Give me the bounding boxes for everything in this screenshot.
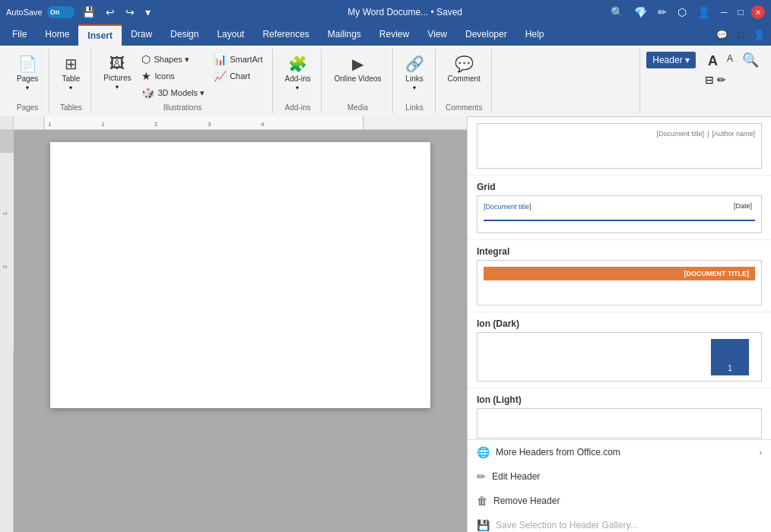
- tab-file[interactable]: File: [3, 24, 36, 46]
- header-search-icon[interactable]: 🔍: [742, 52, 759, 68]
- document-canvas[interactable]: [14, 130, 467, 532]
- comment-icon: 💬: [455, 55, 474, 73]
- ribbon-right-controls: 💬 ⬡ 👤: [713, 24, 768, 46]
- links-button[interactable]: 🔗 Links ▾: [401, 52, 429, 94]
- font-size-small[interactable]: A: [724, 52, 736, 71]
- header-view-controls: ⊟ ✏: [705, 74, 736, 86]
- pages-button[interactable]: 📄 Pages ▾: [12, 52, 43, 94]
- share-icon[interactable]: ⬡: [674, 5, 690, 20]
- tab-help[interactable]: Help: [516, 24, 554, 46]
- chart-label: Chart: [230, 71, 250, 81]
- smartart-label: SmartArt: [230, 55, 262, 64]
- ruler-row: 1 1 2 3 4: [0, 116, 467, 130]
- tab-design[interactable]: Design: [161, 24, 208, 46]
- autosave-toggle[interactable]: On: [47, 6, 75, 18]
- tab-review[interactable]: Review: [370, 24, 418, 46]
- pages-label: Pages: [17, 74, 38, 83]
- illustrations-col2: 📊 SmartArt 📈 Chart: [211, 52, 265, 84]
- header-gallery-scroll[interactable]: [Document title] | [Author name] Grid [D…: [468, 117, 771, 439]
- header-preview-grid-box: [Document title] [Date]: [477, 195, 762, 233]
- svg-rect-9: [0, 153, 14, 350]
- edit-header-label: Edit Header: [492, 471, 540, 482]
- ruler-svg: 1 1 2 3 4: [14, 116, 467, 129]
- ion-dark-label: Ion (Dark): [477, 318, 762, 329]
- share-ribbon-icon[interactable]: ⬡: [734, 28, 747, 42]
- tab-developer[interactable]: Developer: [456, 24, 516, 46]
- ribbon-tabs: File Home Insert Draw Design Layout Refe…: [0, 24, 771, 46]
- edit-header-icon: ✏: [477, 470, 486, 483]
- online-videos-button[interactable]: ▶ Online Videos: [329, 52, 386, 86]
- header-preview-ion-light-box: [477, 408, 762, 439]
- links-label: Links: [405, 74, 423, 83]
- ribbon-group-media-items: ▶ Online Videos: [329, 49, 386, 103]
- addins-button[interactable]: 🧩 Add-ins ▾: [281, 52, 316, 94]
- comments-icon[interactable]: ✏: [655, 5, 670, 20]
- grid-label: Grid: [477, 182, 762, 192]
- tab-home[interactable]: Home: [36, 24, 78, 46]
- smartart-button[interactable]: 📊 SmartArt: [211, 52, 265, 67]
- header-preview-simple-box: [Document title] | [Author name]: [477, 123, 762, 169]
- 3d-models-icon: 🎲: [141, 87, 154, 99]
- ribbon-group-illustrations-items: 🖼 Pictures ▾ ⬡ Shapes ▾ ★ Icons 🎲 3D Mod…: [99, 49, 265, 103]
- header-preview-integral-item[interactable]: Integral [DOCUMENT TITLE]: [468, 240, 771, 312]
- maximize-button[interactable]: □: [735, 6, 747, 18]
- header-font-controls: A A: [705, 52, 736, 71]
- tab-mailings[interactable]: Mailings: [319, 24, 370, 46]
- pages-chevron: ▾: [26, 84, 29, 91]
- comment-button[interactable]: 💬 Comment: [443, 52, 485, 86]
- header-preview-integral-box: [DOCUMENT TITLE]: [477, 260, 762, 306]
- ribbon-group-addins-items: 🧩 Add-ins ▾: [281, 49, 316, 103]
- account-icon[interactable]: 👤: [694, 5, 713, 20]
- shapes-button[interactable]: ⬡ Shapes ▾: [138, 52, 208, 67]
- save-icon[interactable]: 💾: [79, 5, 98, 20]
- pictures-label: Pictures: [103, 74, 131, 82]
- close-button[interactable]: ✕: [751, 5, 765, 19]
- comment-ribbon-icon[interactable]: 💬: [713, 28, 731, 42]
- account-ribbon-icon[interactable]: 👤: [750, 28, 768, 42]
- more-headers-item[interactable]: 🌐 More Headers from Office.com ›: [468, 440, 771, 464]
- icons-label: Icons: [154, 71, 174, 81]
- links-chevron: ▾: [413, 84, 416, 91]
- undo-icon[interactable]: ↩: [103, 5, 118, 20]
- save-selection-item: 💾 Save Selection to Header Gallery...: [468, 513, 771, 532]
- tab-draw[interactable]: Draw: [122, 24, 161, 46]
- redo-icon[interactable]: ↪: [122, 5, 138, 20]
- ribbon-group-links-items: 🔗 Links ▾: [401, 49, 429, 103]
- ribbon-group-comments: 💬 Comment Comments: [437, 49, 492, 113]
- main-area: 1 1 2 3 4 1 2: [0, 116, 771, 532]
- svg-text:2: 2: [2, 264, 8, 268]
- search-icon[interactable]: 🔍: [608, 5, 627, 20]
- illustrations-group-label: Illustrations: [163, 103, 202, 113]
- font-size-large[interactable]: A: [705, 52, 721, 71]
- integral-label: Integral: [477, 246, 762, 257]
- svg-text:1: 1: [48, 121, 52, 128]
- chart-button[interactable]: 📈 Chart: [211, 68, 265, 84]
- header-preview-simple[interactable]: [Document title] | [Author name]: [468, 117, 771, 176]
- tab-references[interactable]: References: [253, 24, 318, 46]
- comments-group-label: Comments: [446, 103, 482, 113]
- header-edit-icon[interactable]: ✏: [717, 74, 726, 86]
- table-button[interactable]: ⊞ Table ▾: [57, 52, 84, 94]
- header-preview-grid-item[interactable]: Grid [Document title] [Date]: [468, 176, 771, 240]
- header-preview-ion-light-item[interactable]: Ion (Light): [468, 388, 771, 439]
- media-group-label: Media: [347, 103, 368, 113]
- document-area: 1 1 2 3 4 1 2: [0, 116, 467, 532]
- tab-layout[interactable]: Layout: [208, 24, 253, 46]
- svg-text:1: 1: [2, 211, 8, 215]
- tab-insert[interactable]: Insert: [78, 24, 122, 46]
- pictures-button[interactable]: 🖼 Pictures ▾: [99, 52, 135, 93]
- addins-label: Add-ins: [285, 74, 311, 83]
- minimize-button[interactable]: ─: [718, 6, 730, 18]
- ribbon-group-links: 🔗 Links ▾ Links: [395, 49, 436, 113]
- remove-header-item[interactable]: 🗑 Remove Header: [468, 489, 771, 513]
- header-preview-ion-dark-item[interactable]: Ion (Dark) 1: [468, 312, 771, 388]
- ribbon-icon[interactable]: 💎: [631, 5, 650, 20]
- remove-header-label: Remove Header: [493, 496, 560, 506]
- 3d-models-button[interactable]: 🎲 3D Models ▾: [138, 85, 208, 100]
- header-columns-icon[interactable]: ⊟: [705, 74, 714, 86]
- edit-header-item[interactable]: ✏ Edit Header: [468, 464, 771, 489]
- tab-view[interactable]: View: [418, 24, 456, 46]
- header-dropdown-button[interactable]: Header ▾: [646, 52, 696, 68]
- customize-qat-icon[interactable]: ▾: [142, 5, 154, 20]
- icons-button[interactable]: ★ Icons: [138, 68, 208, 84]
